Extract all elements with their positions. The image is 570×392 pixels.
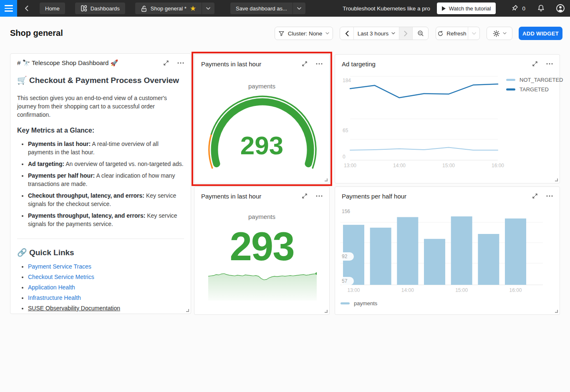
legend-item-targeted[interactable]: TARGETED [506,86,563,93]
link-payment-service-traces[interactable]: Payment Service Traces [28,263,91,270]
expand-icon [302,193,308,199]
gauge-value: 293 [194,131,329,160]
resize-handle[interactable] [555,178,558,181]
widget-title: Ad targeting [342,60,525,68]
resize-handle[interactable] [325,178,328,181]
save-dashboard-as-button[interactable]: Save dashboard as... [230,3,293,14]
expand-icon [532,61,538,67]
bell-icon [537,4,545,13]
user-menu-button[interactable] [556,4,565,13]
link-checkout-service-metrics[interactable]: Checkout Service Metrics [28,274,94,280]
watch-tutorial-button[interactable]: Watch the tutorial [437,3,496,14]
expand-widget-button[interactable] [301,192,308,200]
svg-text:14:00: 14:00 [401,287,414,293]
expand-widget-button[interactable] [531,60,539,68]
filter-funnel-icon [278,30,285,37]
svg-text:16:00: 16:00 [509,287,522,293]
resize-handle[interactable] [555,310,558,313]
refresh-icon [437,30,444,37]
expand-widget-button[interactable] [301,60,308,68]
dashboard-settings-button[interactable] [487,27,512,40]
markdown-widget: # 🔭 Telescope Shop Dashboard 🚀 🛒 Checkou… [10,53,191,314]
time-range-dropdown[interactable]: Last 3 hours [353,27,399,40]
resize-handle[interactable] [186,309,189,312]
link-suse-observability-docs[interactable]: SUSE Observability Documentation [28,305,120,312]
link-infrastructure-health[interactable]: Infrastructure Health [28,294,81,301]
legend-item-payments[interactable]: payments [340,300,377,307]
back-arrow-icon [23,5,30,12]
expand-icon [302,61,308,67]
quick-links-list: Payment Service Traces Checkout Service … [17,263,184,312]
promo-text: Troubleshoot Kubernetes like a pro [343,5,430,12]
time-forward-button[interactable] [399,27,412,40]
add-widget-button[interactable]: ADD WIDGET [519,27,562,40]
expand-icon [532,193,538,199]
widget-menu-button[interactable] [177,61,185,65]
svg-text:184: 184 [343,78,351,83]
page-title: Shop general [10,28,63,38]
legend-label: TARGETED [520,86,549,93]
dashboards-label: Dashboards [91,5,120,12]
list-item: Checkout Service Metrics [28,274,184,280]
list-item: Payments per half hour: A clear indicati… [28,171,184,188]
hamburger-icon [5,5,13,6]
list-item: Payments throughput, latency, and errors… [28,211,184,228]
legend-item-not-targeted[interactable]: NOT_TARGETED [506,77,563,83]
ad-targeting-chart: 18465013:0014:0015:0016:00 [335,55,560,184]
time-range-label: Last 3 hours [358,30,388,37]
widget-menu-button[interactable] [545,194,554,198]
payments-bar-chart: 156925713:0014:0015:0016:00 [335,187,560,315]
expand-widget-button[interactable] [162,59,170,67]
list-item: Payment Service Traces [28,263,184,270]
refresh-button[interactable]: Refresh [436,27,468,40]
legend-label: NOT_TARGETED [520,77,563,83]
link-application-health[interactable]: Application Health [28,284,75,291]
dashboard-selector: Shop general * ★ [135,3,214,14]
dashboard-selector-chevron[interactable] [202,3,214,14]
time-back-button[interactable] [340,27,353,40]
dashboard-name-button[interactable]: Shop general * ★ [135,3,202,14]
dashboards-icon [81,5,87,12]
save-dashboard-group: Save dashboard as... [230,3,305,14]
widget-menu-button[interactable] [545,62,554,65]
home-button[interactable]: Home [40,3,65,14]
pinned-views-button[interactable]: 0 [511,4,525,13]
number-series-label: payments [194,213,329,220]
save-dashboard-as-label: Save dashboard as... [236,5,287,12]
favorite-star-icon[interactable]: ★ [190,5,196,12]
list-item: Checkout throughput, latency, and errors… [28,191,184,208]
menu-button[interactable] [0,0,17,17]
expand-icon [163,60,169,66]
cluster-filter-label: Cluster: None [288,30,323,37]
expand-widget-button[interactable] [531,192,539,200]
list-item: Infrastructure Health [28,294,184,301]
chevron-down-icon [297,7,301,10]
widget-menu-button[interactable] [315,62,323,65]
divider [17,239,184,239]
svg-text:13:00: 13:00 [344,163,356,168]
widget-menu-button[interactable] [315,194,323,198]
top-navbar: Home Dashboards Shop general * ★ Save da [0,0,570,17]
refresh-interval-dropdown[interactable] [468,27,479,40]
svg-text:15:00: 15:00 [442,163,455,168]
zoom-out-time-button[interactable] [412,27,428,40]
gauge-widget: Payments in last hour payments 293 [194,54,330,183]
svg-text:65: 65 [343,128,348,133]
save-dashboard-as-chevron[interactable] [293,3,305,14]
cluster-filter-button[interactable]: Cluster: None [275,27,333,40]
ellipsis-icon [316,63,323,65]
markdown-heading: 🛒 Checkout & Payment Process Overview [17,75,184,85]
payments-sparkline [208,271,317,301]
svg-text:57: 57 [342,278,348,284]
back-button[interactable] [17,0,36,17]
dashboards-button[interactable]: Dashboards [75,3,125,14]
chevron-down-icon [391,32,395,35]
zoom-out-icon [417,30,424,37]
time-range-control: Last 3 hours [340,27,429,40]
avatar-icon [556,4,565,13]
svg-text:156: 156 [342,209,350,214]
resize-handle[interactable] [325,310,328,313]
notifications-button[interactable] [537,4,545,13]
ellipsis-icon [546,195,553,197]
legend-swatch-payments [340,302,350,304]
